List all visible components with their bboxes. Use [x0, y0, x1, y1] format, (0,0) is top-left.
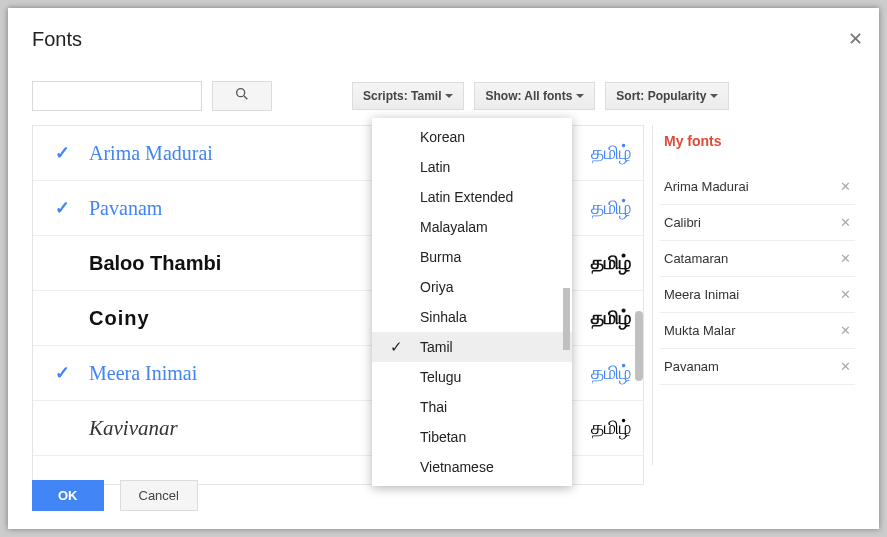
script-option[interactable]: Sinhala: [372, 302, 572, 332]
script-option-label: Korean: [420, 129, 465, 145]
my-font-row[interactable]: Mukta Malar✕: [660, 313, 855, 349]
remove-icon[interactable]: ✕: [840, 215, 851, 230]
search-input[interactable]: [32, 81, 202, 111]
script-option[interactable]: Vietnamese: [372, 452, 572, 482]
script-option[interactable]: Malayalam: [372, 212, 572, 242]
scrollbar[interactable]: [563, 118, 570, 486]
my-font-row[interactable]: Pavanam✕: [660, 349, 855, 385]
remove-icon[interactable]: ✕: [840, 287, 851, 302]
dialog-header: Fonts ✕: [8, 8, 879, 51]
chevron-down-icon: [576, 94, 584, 98]
script-option-label: Tibetan: [420, 429, 466, 445]
script-option[interactable]: Latin: [372, 152, 572, 182]
sort-label: Sort: Popularity: [616, 89, 706, 103]
remove-icon[interactable]: ✕: [840, 323, 851, 338]
script-option-label: Latin Extended: [420, 189, 513, 205]
remove-icon[interactable]: ✕: [840, 179, 851, 194]
script-option-label: Thai: [420, 399, 447, 415]
chevron-down-icon: [445, 94, 453, 98]
dialog-title: Fonts: [32, 28, 855, 51]
script-option[interactable]: Telugu: [372, 362, 572, 392]
my-font-row[interactable]: Catamaran✕: [660, 241, 855, 277]
script-option-label: Sinhala: [420, 309, 467, 325]
ok-button[interactable]: OK: [32, 480, 104, 511]
show-label: Show: All fonts: [485, 89, 572, 103]
script-option[interactable]: Oriya: [372, 272, 572, 302]
my-font-row[interactable]: Meera Inimai✕: [660, 277, 855, 313]
script-option[interactable]: Thai: [372, 392, 572, 422]
scripts-dropdown-button[interactable]: Scripts: Tamil: [352, 82, 464, 110]
my-font-name: Arima Madurai: [664, 179, 749, 194]
script-option[interactable]: Latin Extended: [372, 182, 572, 212]
script-option[interactable]: ✓Tamil: [372, 332, 572, 362]
search-icon: [234, 86, 250, 106]
script-option-label: Vietnamese: [420, 459, 494, 475]
my-font-name: Mukta Malar: [664, 323, 736, 338]
script-option-label: Tamil: [420, 339, 453, 355]
script-option[interactable]: Korean: [372, 122, 572, 152]
script-option-label: Malayalam: [420, 219, 488, 235]
search-button[interactable]: [212, 81, 272, 111]
svg-line-1: [244, 96, 247, 99]
scripts-dropdown-menu: KoreanLatinLatin ExtendedMalayalamBurmaO…: [372, 118, 572, 486]
script-option[interactable]: Tibetan: [372, 422, 572, 452]
my-font-name: Pavanam: [664, 359, 719, 374]
check-icon: ✓: [55, 362, 89, 384]
dialog-footer: OK Cancel: [32, 480, 198, 511]
remove-icon[interactable]: ✕: [840, 359, 851, 374]
scrollbar[interactable]: [635, 236, 643, 485]
my-font-row[interactable]: Calibri✕: [660, 205, 855, 241]
toolbar: Scripts: Tamil Show: All fonts Sort: Pop…: [8, 51, 879, 125]
my-font-name: Calibri: [664, 215, 701, 230]
script-option-label: Latin: [420, 159, 450, 175]
cancel-button[interactable]: Cancel: [120, 480, 198, 511]
my-font-name: Meera Inimai: [664, 287, 739, 302]
chevron-down-icon: [710, 94, 718, 98]
svg-point-0: [237, 89, 245, 97]
my-font-row[interactable]: Arima Madurai✕: [660, 169, 855, 205]
check-icon: ✓: [390, 338, 403, 356]
script-option[interactable]: Burma: [372, 242, 572, 272]
fonts-dialog: Fonts ✕ Scripts: Tamil Show: All fonts S…: [8, 8, 879, 529]
check-icon: ✓: [55, 142, 89, 164]
remove-icon[interactable]: ✕: [840, 251, 851, 266]
check-icon: ✓: [55, 197, 89, 219]
sort-dropdown-button[interactable]: Sort: Popularity: [605, 82, 729, 110]
scripts-label: Scripts: Tamil: [363, 89, 441, 103]
script-option-label: Burma: [420, 249, 461, 265]
my-fonts-title: My fonts: [660, 125, 855, 169]
show-dropdown-button[interactable]: Show: All fonts: [474, 82, 595, 110]
script-option-label: Oriya: [420, 279, 453, 295]
close-icon[interactable]: ✕: [848, 28, 863, 50]
my-font-name: Catamaran: [664, 251, 728, 266]
script-option-label: Telugu: [420, 369, 461, 385]
my-fonts-panel: My fonts Arima Madurai✕Calibri✕Catamaran…: [660, 125, 855, 485]
